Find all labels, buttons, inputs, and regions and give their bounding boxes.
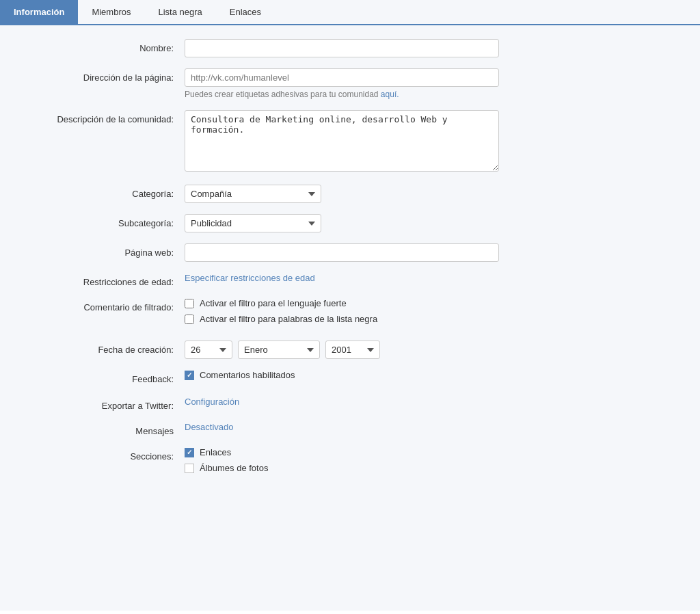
categoria-select-wrap: Compañía Negocios Entretenimiento Deport… bbox=[185, 185, 499, 203]
secciones-row: Secciones: Enlaces Álbumes de fotos bbox=[21, 447, 679, 479]
subcategoria-wrap: Publicidad Marketing Ventas Consultoría bbox=[185, 214, 499, 232]
secciones-wrap: Enlaces Álbumes de fotos bbox=[185, 447, 499, 479]
feedback-checkbox[interactable] bbox=[185, 371, 194, 380]
descripcion-label: Descripción de la comunidad: bbox=[21, 110, 185, 124]
direccion-hint: Puedes crear etiquetas adhesivas para tu… bbox=[185, 90, 499, 99]
nombre-input[interactable]: Human Level Communications bbox=[185, 39, 499, 57]
subcategoria-select[interactable]: Publicidad Marketing Ventas Consultoría bbox=[185, 214, 321, 232]
tab-informacion[interactable]: Información bbox=[0, 0, 78, 24]
filtro-lista-negra-label: Activar el filtro para palabras de la li… bbox=[200, 314, 377, 324]
seccion-enlaces-row: Enlaces bbox=[185, 447, 499, 457]
filtro-fuerte-label: Activar el filtro para el lenguaje fuert… bbox=[200, 298, 347, 308]
mensajes-status-link[interactable]: Desactivado bbox=[185, 422, 234, 432]
feedback-checkbox-row: Comentarios habilitados bbox=[185, 370, 499, 380]
filtrado-row: Comentario de filtrado: Activar el filtr… bbox=[21, 298, 679, 330]
restricciones-row: Restricciones de edad: Especificar restr… bbox=[21, 273, 679, 287]
seccion-albumes-row: Álbumes de fotos bbox=[185, 463, 499, 473]
descripcion-row: Descripción de la comunidad: Consultora … bbox=[21, 110, 679, 174]
direccion-row: Dirección de la página: Puedes crear eti… bbox=[21, 68, 679, 99]
exportar-twitter-link[interactable]: Configuración bbox=[185, 397, 239, 407]
seccion-albumes-label: Álbumes de fotos bbox=[200, 463, 268, 473]
fecha-creacion-wrap: 26 1234 5101520 25272829 3031 Enero Febr… bbox=[185, 341, 499, 359]
filtro-fuerte-checkbox[interactable] bbox=[185, 299, 194, 308]
secciones-label: Secciones: bbox=[21, 447, 185, 462]
categoria-wrap: Compañía Negocios Entretenimiento Deport… bbox=[185, 185, 499, 203]
tab-lista-negra[interactable]: Lista negra bbox=[144, 0, 215, 24]
filtrado-wrap: Activar el filtro para el lenguaje fuert… bbox=[185, 298, 499, 330]
filtrado-label: Comentario de filtrado: bbox=[21, 298, 185, 312]
mes-select[interactable]: Enero FebreroMarzoAbril MayoJunioJulio A… bbox=[238, 341, 320, 359]
restricciones-label: Restricciones de edad: bbox=[21, 273, 185, 287]
subcategoria-row: Subcategoría: Publicidad Marketing Venta… bbox=[21, 214, 679, 232]
restricciones-wrap: Especificar restricciones de edad bbox=[185, 273, 499, 283]
date-selects: 26 1234 5101520 25272829 3031 Enero Febr… bbox=[185, 341, 499, 359]
tab-enlaces[interactable]: Enlaces bbox=[216, 0, 275, 24]
seccion-enlaces-checkbox[interactable] bbox=[185, 448, 194, 457]
direccion-input[interactable] bbox=[185, 68, 499, 87]
categoria-row: Categoría: Compañía Negocios Entretenimi… bbox=[21, 185, 679, 203]
filtro-lista-negra-row: Activar el filtro para palabras de la li… bbox=[185, 314, 499, 324]
subcategoria-select-wrap: Publicidad Marketing Ventas Consultoría bbox=[185, 214, 499, 232]
form-content: Nombre: Human Level Communications Direc… bbox=[0, 25, 700, 611]
fecha-creacion-row: Fecha de creación: 26 1234 5101520 25272… bbox=[21, 341, 679, 359]
anio-select[interactable]: 2001 199920002002 2003201020152020 bbox=[325, 341, 380, 359]
exportar-twitter-wrap: Configuración bbox=[185, 397, 499, 407]
pagina-web-wrap: http://www.humanlevel.com bbox=[185, 243, 499, 262]
exportar-twitter-label: Exportar a Twitter: bbox=[21, 397, 185, 411]
exportar-twitter-row: Exportar a Twitter: Configuración bbox=[21, 397, 679, 411]
mensajes-wrap: Desactivado bbox=[185, 422, 499, 432]
restricciones-link[interactable]: Especificar restricciones de edad bbox=[185, 273, 315, 283]
feedback-wrap: Comentarios habilitados bbox=[185, 370, 499, 386]
pagina-web-row: Página web: http://www.humanlevel.com bbox=[21, 243, 679, 262]
seccion-albumes-checkbox[interactable] bbox=[185, 464, 194, 473]
feedback-row: Feedback: Comentarios habilitados bbox=[21, 370, 679, 386]
aqui-link[interactable]: aquí. bbox=[381, 90, 399, 99]
feedback-checkbox-label: Comentarios habilitados bbox=[200, 370, 295, 380]
feedback-label: Feedback: bbox=[21, 370, 185, 384]
pagina-web-label: Página web: bbox=[21, 243, 185, 258]
filtro-lista-negra-checkbox[interactable] bbox=[185, 315, 194, 324]
direccion-wrap: Puedes crear etiquetas adhesivas para tu… bbox=[185, 68, 499, 99]
tab-miembros[interactable]: Miembros bbox=[78, 0, 144, 24]
dia-select[interactable]: 26 1234 5101520 25272829 3031 bbox=[185, 341, 232, 359]
nombre-wrap: Human Level Communications bbox=[185, 39, 499, 57]
filtro-fuerte-row: Activar el filtro para el lenguaje fuert… bbox=[185, 298, 499, 308]
subcategoria-label: Subcategoría: bbox=[21, 214, 185, 228]
categoria-label: Categoría: bbox=[21, 185, 185, 199]
nombre-row: Nombre: Human Level Communications bbox=[21, 39, 679, 57]
categoria-select[interactable]: Compañía Negocios Entretenimiento Deport… bbox=[185, 185, 321, 203]
nombre-label: Nombre: bbox=[21, 39, 185, 53]
fecha-creacion-label: Fecha de creación: bbox=[21, 341, 185, 355]
descripcion-textarea[interactable]: Consultora de Marketing online, desarrol… bbox=[185, 110, 499, 172]
direccion-label: Dirección de la página: bbox=[21, 68, 185, 83]
mensajes-row: Mensajes Desactivado bbox=[21, 422, 679, 436]
pagina-web-input[interactable]: http://www.humanlevel.com bbox=[185, 243, 499, 262]
tab-bar: Información Miembros Lista negra Enlaces bbox=[0, 0, 700, 25]
descripcion-wrap: Consultora de Marketing online, desarrol… bbox=[185, 110, 499, 174]
seccion-enlaces-label: Enlaces bbox=[200, 447, 231, 457]
mensajes-label: Mensajes bbox=[21, 422, 185, 436]
